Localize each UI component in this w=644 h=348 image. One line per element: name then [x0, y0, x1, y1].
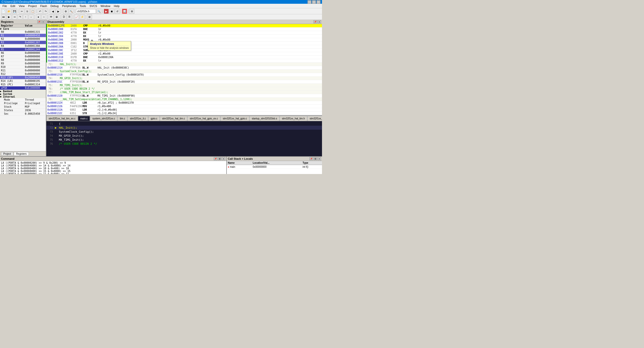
menu-help[interactable]: Help — [112, 4, 121, 8]
minimize-button[interactable]: − — [307, 0, 311, 4]
forward-button[interactable]: ▶ — [56, 9, 61, 14]
reg-r8[interactable]: R80x00000000 — [0, 58, 46, 62]
disasm-row-13[interactable]: 0x08001318 F7FFFEAE BL.W SystemClock_Con… — [46, 73, 322, 77]
disasm-row-18[interactable]: 0x0800132A 6802 LDR r2,[r0,#0x00] — [46, 108, 322, 112]
src-tab-it[interactable]: stm32f1xx_it.c — [128, 116, 148, 121]
reg-states[interactable]: States2036 — [0, 109, 46, 112]
src-tab-hal-tim-ex[interactable]: stm32f1xx_hal_tim_ex.c — [46, 116, 78, 121]
reg-r14[interactable]: R14 (LR)0x08000195 — [0, 79, 46, 83]
search-button[interactable]: 🔍 — [96, 9, 101, 14]
reg-r11[interactable]: R110x00000000 — [0, 69, 46, 72]
debug-reset-button[interactable]: ↺ — [115, 9, 120, 14]
reg-r12[interactable]: R120x00000000 — [0, 72, 46, 76]
debug-stop-button[interactable]: ⏹ — [109, 9, 114, 14]
save-button[interactable]: 💾 — [12, 9, 17, 14]
breakpoint-button[interactable]: ● — [36, 15, 41, 20]
tab-project[interactable]: Project — [1, 152, 13, 156]
undo-button[interactable]: ↶ — [38, 9, 43, 14]
reg-sec[interactable]: Sec0.00025450 — [0, 112, 46, 116]
reg-r9[interactable]: R90x00000000 — [0, 62, 46, 65]
command-pin-button[interactable]: 📌 — [214, 157, 217, 160]
disasm-row-current[interactable]: 0x0800012FE 2A00 CMP r0,#0x00 — [46, 24, 322, 28]
reset-debug-button[interactable]: ⏮ — [1, 15, 6, 20]
reg-privilege[interactable]: PrivilegePrivileged — [0, 102, 46, 105]
reg-mode[interactable]: ModeThread — [0, 98, 46, 102]
step-to-cursor-button[interactable]: ↓ — [29, 15, 34, 20]
step-out-button[interactable]: ↑ — [23, 15, 28, 20]
disasm-row-19[interactable]: 0x0800132C 6351 STR r1,[r2,#0x34] — [46, 112, 322, 115]
cut-button[interactable]: ✂ — [19, 9, 24, 14]
code-editor[interactable]: 71 { 72 ▶ HAL_Init(); 73 SystemClock_Con… — [46, 121, 322, 156]
menu-debug[interactable]: Debug — [49, 4, 60, 8]
logic-button[interactable]: ⚡ — [80, 15, 85, 20]
analysis-windows-button[interactable]: 📊 — [122, 9, 127, 14]
menu-flash[interactable]: Flash — [39, 4, 49, 8]
callstack-pin-button[interactable]: 📌 — [309, 157, 313, 160]
reg-r3[interactable]: R30x08001307 — [0, 41, 46, 44]
src-tab-tim[interactable]: tim.c — [118, 116, 127, 121]
disasm-row-4[interactable]: 0x08001304 4770 BX lr — [46, 35, 322, 38]
disassembly-close-button[interactable]: × — [317, 20, 321, 23]
disasm-button[interactable]: D — [61, 15, 66, 20]
disasm-row-10[interactable]: 0x08001310 D1FB BNE 0x0800130A — [46, 56, 322, 59]
src-tab-startup[interactable]: startup_stm32f103xb.s — [250, 116, 279, 121]
disasm-row-12[interactable]: 0x08001314 F7FF03A BL.W HAL_Init (0x0800… — [46, 66, 322, 70]
reg-stack[interactable]: StackMSP — [0, 105, 46, 109]
menu-file[interactable]: File — [1, 4, 9, 8]
clear-bp-button[interactable]: ○ — [41, 15, 46, 20]
menu-project[interactable]: Project — [27, 4, 38, 8]
src-tab-gpio[interactable]: gpio.c — [148, 116, 160, 121]
registers-pin-button[interactable]: 📌 — [37, 20, 41, 23]
reg-r10[interactable]: R100x00000000 — [0, 65, 46, 69]
rebuild-button[interactable]: 🔨 — [69, 9, 74, 14]
step-button[interactable]: ⇒ — [12, 15, 17, 20]
maximize-button[interactable]: □ — [312, 0, 316, 4]
memory-button[interactable]: 🖥 — [54, 15, 59, 20]
copy-button[interactable]: ⎘ — [25, 9, 30, 14]
reg-xpsr[interactable]: xPSR0x61000000 — [0, 86, 46, 90]
register-button[interactable]: R — [67, 15, 72, 20]
watch-button[interactable]: 👁 — [49, 15, 54, 20]
menu-window[interactable]: Window — [99, 4, 112, 8]
reg-r13[interactable]: R13 (SP)0x20000458 — [0, 76, 46, 79]
src-tab-main[interactable]: main.c — [78, 116, 90, 121]
run-button[interactable]: ▶ — [7, 15, 12, 20]
disassembly-content[interactable]: 0x0800012FE 2A00 CMP r0,#0x00 0x08001300… — [46, 24, 322, 115]
redo-button[interactable]: ↷ — [43, 9, 48, 14]
settings-button[interactable]: ⚙ — [129, 9, 134, 14]
extra-button[interactable]: ⊞ — [87, 15, 92, 20]
callstack-float-button[interactable]: ⊡ — [313, 157, 317, 160]
callstack-close-button[interactable]: × — [317, 157, 321, 160]
src-tab-hal-pwr[interactable]: stm32f1xx_hal_pwr.c — [307, 116, 322, 121]
disasm-row-15[interactable]: 0x08001320 F7FFFE36 BL.W MX_TIM1_Init (0… — [46, 94, 322, 98]
reg-r1[interactable]: R10x00000458 — [0, 34, 46, 37]
menu-tools[interactable]: Tools — [78, 4, 88, 8]
command-close-button[interactable]: × — [222, 157, 225, 160]
reg-r2[interactable]: R20x00000000 — [0, 37, 46, 41]
open-file-button[interactable]: 📂 — [7, 9, 12, 14]
build-button[interactable]: ⚙ — [63, 9, 68, 14]
paste-button[interactable]: 📋 — [30, 9, 35, 14]
menu-peripherals[interactable]: Peripherals — [61, 4, 78, 8]
disasm-row-16[interactable]: 0x08001324 4B12 LDR r0,[pc,#72] ; 0x0800… — [46, 101, 322, 105]
close-button[interactable]: × — [316, 0, 320, 4]
disasm-row-14[interactable]: 0x0800131C F7FFEE00 BL.W MX_GPIO_Init (0… — [46, 80, 322, 84]
menu-svcs[interactable]: SVCS — [88, 4, 98, 8]
menu-edit[interactable]: Edit — [9, 4, 17, 8]
debug-start-button[interactable]: ▶ — [104, 9, 109, 14]
reg-r4[interactable]: R40x0800130A — [0, 44, 46, 48]
reg-r7[interactable]: R70x00000000 — [0, 55, 46, 58]
command-float-button[interactable]: ⊡ — [218, 157, 221, 160]
src-tab-hal-gpio[interactable]: stm32f1xx_hal_gpio.c — [221, 116, 249, 121]
tab-registers[interactable]: Registers — [14, 152, 29, 156]
reg-r6[interactable]: R60x00000000 — [0, 51, 46, 55]
new-file-button[interactable]: 📄 — [1, 9, 6, 14]
src-tab-hal-tim-h[interactable]: stm32f1xx_hal_tim.h — [280, 116, 307, 121]
disasm-row-2[interactable]: 0x08001300 D1FA BNE 1r — [46, 28, 322, 31]
disasm-row-17[interactable]: 0x08001326 F44F6196 MOV r1,#0x4B0 — [46, 105, 322, 108]
menu-view[interactable]: View — [17, 4, 26, 8]
reg-r5[interactable]: R50x08001344 — [0, 48, 46, 51]
src-tab-hal-tim[interactable]: stm32f1xx_hal_tim.c — [160, 116, 187, 121]
perf-button[interactable]: 📈 — [74, 15, 79, 20]
reg-r0[interactable]: R00x08001315 — [0, 30, 46, 34]
